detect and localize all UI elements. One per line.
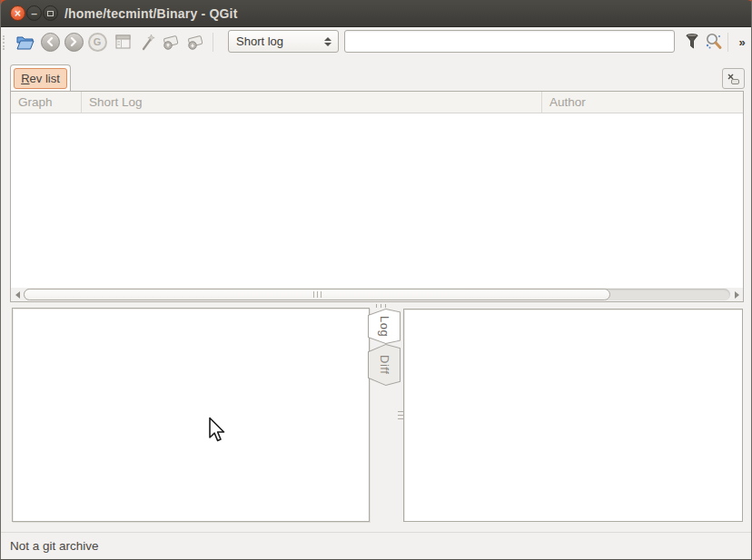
back-button[interactable] <box>39 31 61 53</box>
funnel-icon <box>685 33 699 51</box>
tab-rev-list-label: Rev list <box>21 72 60 85</box>
open-repository-button[interactable] <box>14 31 35 53</box>
qgit-window: × – /home/tecmint/Binary - QGit <box>0 0 752 560</box>
toolbar-separator <box>213 33 213 52</box>
tab-rev-list[interactable]: Rev list <box>10 64 71 91</box>
close-button[interactable]: × <box>10 5 25 21</box>
find-commit-button[interactable] <box>136 31 158 53</box>
back-icon <box>41 33 60 52</box>
tab-bar: Rev list <box>1 58 752 91</box>
tab-log-label: Log <box>378 316 391 337</box>
save-patch-button[interactable] <box>160 31 182 53</box>
titlebar[interactable]: × – /home/tecmint/Binary - QGit <box>1 0 752 27</box>
tab-diff-label: Diff <box>378 355 391 374</box>
forward-icon <box>64 33 84 52</box>
toolbar-drag-handle[interactable] <box>3 35 5 50</box>
view-layout-icon <box>115 34 131 49</box>
log-view-mode-value: Short log <box>229 34 322 48</box>
log-text-pane <box>12 308 370 522</box>
apply-patch-icon <box>185 34 205 51</box>
reload-button[interactable]: G <box>86 31 108 53</box>
window-title: /home/tecmint/Binary - QGit <box>64 0 238 27</box>
rev-table-body <box>11 113 743 288</box>
tab-log[interactable]: Log <box>368 309 401 344</box>
vertical-splitter-handle[interactable] <box>371 303 391 308</box>
column-header-author[interactable]: Author <box>542 92 743 113</box>
spin-down-icon <box>324 43 331 46</box>
spin-up-icon <box>324 37 331 41</box>
tab-diff[interactable]: Diff <box>368 344 401 386</box>
scroll-left-button[interactable] <box>11 288 24 301</box>
chevron-left-icon <box>15 291 20 299</box>
filter-toggle-button[interactable] <box>681 31 703 53</box>
tab-list-button[interactable] <box>722 68 745 89</box>
save-patch-icon <box>161 34 181 51</box>
open-folder-icon <box>15 34 35 51</box>
forward-button[interactable] <box>63 31 84 53</box>
horizontal-scrollbar[interactable] <box>11 288 743 301</box>
scrollbar-thumb[interactable] <box>24 289 610 300</box>
filter-input[interactable] <box>344 30 675 53</box>
toolbar: G <box>1 27 752 58</box>
toolbar-separator <box>727 33 728 52</box>
column-header-short-log[interactable]: Short Log <box>82 92 542 113</box>
rev-list-frame: Graph Short Log Author <box>10 91 744 302</box>
reload-icon: G <box>88 33 107 52</box>
apply-patch-button[interactable] <box>184 31 206 53</box>
view-layout-button[interactable] <box>112 31 134 53</box>
combo-spinner[interactable] <box>322 37 338 46</box>
minimize-button[interactable]: – <box>26 5 42 21</box>
toolbar-overflow-button[interactable]: » <box>733 27 751 58</box>
rev-table-header: Graph Short Log Author <box>11 92 743 113</box>
magnifier-icon <box>705 33 723 51</box>
status-message: Not a git archive <box>10 533 99 559</box>
status-bar: Not a git archive <box>1 532 752 560</box>
close-icon: × <box>15 8 21 19</box>
minimize-icon: – <box>31 7 37 20</box>
maximize-button[interactable] <box>43 5 58 21</box>
detail-pane <box>403 309 743 522</box>
maximize-icon <box>47 11 54 16</box>
chevron-right-icon <box>735 291 739 299</box>
column-header-graph[interactable]: Graph <box>11 92 82 113</box>
log-view-mode-select[interactable]: Short log <box>228 30 339 53</box>
tab-list-icon <box>727 73 740 85</box>
magic-wand-icon <box>139 34 155 51</box>
scroll-right-button[interactable] <box>730 288 743 301</box>
highlight-search-button[interactable] <box>703 31 725 53</box>
